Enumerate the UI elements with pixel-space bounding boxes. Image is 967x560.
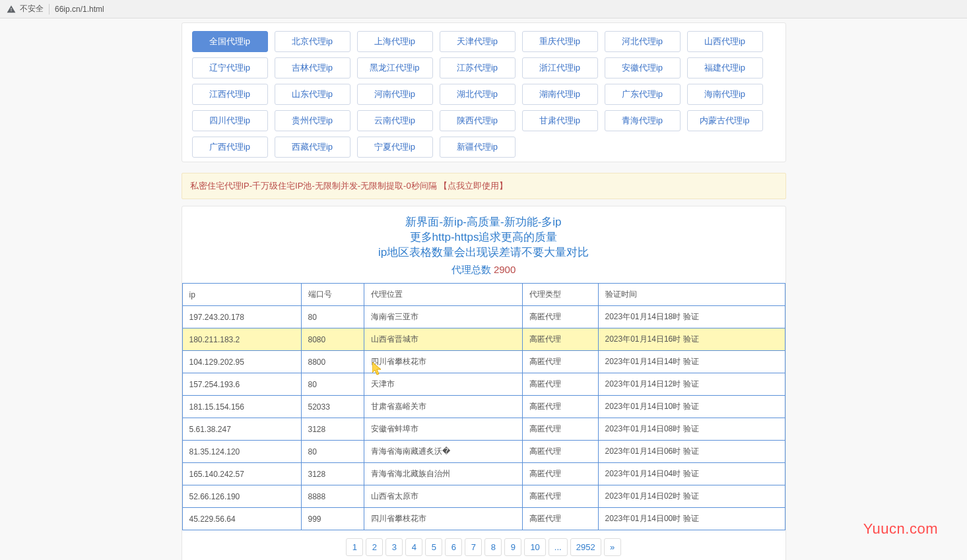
region-tab[interactable]: 广西代理ip	[192, 137, 268, 158]
info-line-1: 新界面-新ip-高质量-新功能-多ip	[182, 214, 785, 230]
table-cell-port: 999	[301, 508, 364, 530]
proxy-total: 代理总数 2900	[182, 264, 785, 276]
security-label: 不安全	[20, 3, 44, 15]
url-text[interactable]: 66ip.cn/1.html	[55, 5, 104, 14]
region-tab[interactable]: 福建代理ip	[687, 57, 763, 78]
table-cell-ip: 45.229.56.64	[182, 508, 301, 530]
region-tab[interactable]: 湖北代理ip	[440, 84, 516, 105]
table-header-cell: 验证时间	[598, 284, 785, 306]
table-row: 81.35.124.12080青海省海南藏逋炙沃�高匿代理2023年01月14日…	[182, 441, 785, 463]
region-tab[interactable]: 全国代理ip	[192, 31, 268, 52]
page-button[interactable]: 10	[524, 538, 545, 556]
page-button[interactable]: 9	[504, 538, 521, 556]
region-tab[interactable]: 山东代理ip	[275, 84, 350, 105]
warning-icon	[7, 5, 16, 14]
region-tab[interactable]: 江西代理ip	[192, 84, 268, 105]
table-cell-type: 高匿代理	[522, 328, 598, 351]
table-cell-loc: 山西省太原市	[364, 485, 522, 508]
region-tab[interactable]: 河北代理ip	[605, 31, 681, 52]
watermark: Yuucn.com	[863, 520, 938, 538]
page-button[interactable]: 5	[425, 538, 442, 556]
page-button[interactable]: 2952	[570, 538, 601, 556]
table-cell-type: 高匿代理	[522, 463, 598, 485]
page-button[interactable]: 8	[484, 538, 502, 556]
region-tab[interactable]: 青海代理ip	[605, 110, 681, 131]
region-tab[interactable]: 广东代理ip	[605, 84, 681, 105]
table-cell-loc: 安徽省蚌埠市	[364, 418, 522, 441]
table-cell-loc: 四川省攀枝花市	[364, 508, 522, 530]
divider	[49, 4, 50, 15]
region-tab[interactable]: 上海代理ip	[357, 31, 433, 52]
page-button[interactable]: 1	[346, 538, 363, 556]
page-button[interactable]: »	[604, 538, 621, 556]
table-cell-type: 高匿代理	[522, 485, 598, 508]
security-indicator[interactable]: 不安全	[7, 3, 44, 15]
page-button[interactable]: 3	[385, 538, 403, 556]
table-cell-loc: 甘肃省嘉峪关市	[364, 396, 522, 418]
table-cell-time: 2023年01月14日04时 验证	[598, 463, 785, 485]
region-tab[interactable]: 湖南代理ip	[522, 84, 598, 105]
table-cell-ip: 157.254.193.6	[182, 373, 301, 396]
page-button[interactable]: 2	[366, 538, 383, 556]
promo-text: 私密住宅代理IP-千万级住宅IP池-无限制并发-无限制提取-0秒间隔 【点我立即…	[190, 181, 508, 191]
table-row: 104.129.202.958800四川省攀枝花市高匿代理2023年01月14日…	[182, 351, 785, 373]
table-header-row: ip端口号代理位置代理类型验证时间	[182, 284, 785, 306]
table-header-cell: ip	[182, 284, 301, 306]
table-cell-port: 80	[301, 441, 364, 463]
region-tab[interactable]: 辽宁代理ip	[192, 57, 268, 78]
table-cell-loc: 青海省海北藏族自治州	[364, 463, 522, 485]
region-tab[interactable]: 云南代理ip	[357, 110, 433, 131]
region-tab[interactable]: 北京代理ip	[275, 31, 350, 52]
region-filter-panel: 全国代理ip北京代理ip上海代理ip天津代理ip重庆代理ip河北代理ip山西代理…	[182, 22, 786, 162]
table-cell-port: 52033	[301, 396, 364, 418]
region-tab[interactable]: 贵州代理ip	[275, 110, 350, 131]
region-tab[interactable]: 江苏代理ip	[440, 57, 516, 78]
table-cell-port: 8080	[301, 328, 364, 351]
table-cell-type: 高匿代理	[522, 441, 598, 463]
table-cell-time: 2023年01月14日08时 验证	[598, 418, 785, 441]
table-cell-type: 高匿代理	[522, 351, 598, 373]
proxy-total-value: 2900	[494, 264, 516, 275]
table-cell-time: 2023年01月14日12时 验证	[598, 373, 785, 396]
proxy-table: ip端口号代理位置代理类型验证时间197.243.20.17880海南省三亚市高…	[182, 283, 785, 530]
region-tab[interactable]: 海南代理ip	[687, 84, 763, 105]
pagination: 12345678910...2952»	[182, 530, 785, 560]
info-line-3: ip地区表格数量会出现误差请不要大量对比	[182, 245, 785, 260]
table-cell-ip: 180.211.183.2	[182, 328, 301, 351]
region-tab[interactable]: 黑龙江代理ip	[357, 57, 433, 78]
page-button[interactable]: 7	[465, 538, 482, 556]
table-row: 165.140.242.573128青海省海北藏族自治州高匿代理2023年01月…	[182, 463, 785, 485]
table-cell-loc: 天津市	[364, 373, 522, 396]
region-tab[interactable]: 山西代理ip	[687, 31, 763, 52]
region-tab[interactable]: 重庆代理ip	[522, 31, 598, 52]
table-row: 45.229.56.64999四川省攀枝花市高匿代理2023年01月14日00时…	[182, 508, 785, 530]
region-tab[interactable]: 陕西代理ip	[440, 110, 516, 131]
page-button[interactable]: ...	[549, 538, 568, 556]
promo-notice[interactable]: 私密住宅代理IP-千万级住宅IP池-无限制并发-无限制提取-0秒间隔 【点我立即…	[182, 173, 786, 199]
region-tab[interactable]: 吉林代理ip	[275, 57, 350, 78]
table-cell-port: 8888	[301, 485, 364, 508]
table-cell-loc: 海南省三亚市	[364, 306, 522, 328]
table-cell-ip: 197.243.20.178	[182, 306, 301, 328]
page-button[interactable]: 6	[445, 538, 462, 556]
region-tab[interactable]: 宁夏代理ip	[357, 137, 433, 158]
page-button[interactable]: 4	[405, 538, 422, 556]
table-header-cell: 代理类型	[522, 284, 598, 306]
table-row: 5.61.38.2473128安徽省蚌埠市高匿代理2023年01月14日08时 …	[182, 418, 785, 441]
table-cell-port: 8800	[301, 351, 364, 373]
region-tab[interactable]: 安徽代理ip	[605, 57, 681, 78]
table-cell-time: 2023年01月14日06时 验证	[598, 441, 785, 463]
table-row: 157.254.193.680天津市高匿代理2023年01月14日12时 验证	[182, 373, 785, 396]
info-line-2: 更多http-https追求更高的质量	[182, 230, 785, 245]
region-tab[interactable]: 河南代理ip	[357, 84, 433, 105]
region-tab[interactable]: 西藏代理ip	[275, 137, 350, 158]
region-tab[interactable]: 浙江代理ip	[522, 57, 598, 78]
region-tab[interactable]: 天津代理ip	[440, 31, 516, 52]
region-tab[interactable]: 新疆代理ip	[440, 137, 516, 158]
region-tab[interactable]: 四川代理ip	[192, 110, 268, 131]
table-row: 181.15.154.15652033甘肃省嘉峪关市高匿代理2023年01月14…	[182, 396, 785, 418]
table-cell-type: 高匿代理	[522, 306, 598, 328]
region-tab[interactable]: 内蒙古代理ip	[687, 110, 763, 131]
table-cell-time: 2023年01月14日16时 验证	[598, 328, 785, 351]
region-tab[interactable]: 甘肃代理ip	[522, 110, 598, 131]
